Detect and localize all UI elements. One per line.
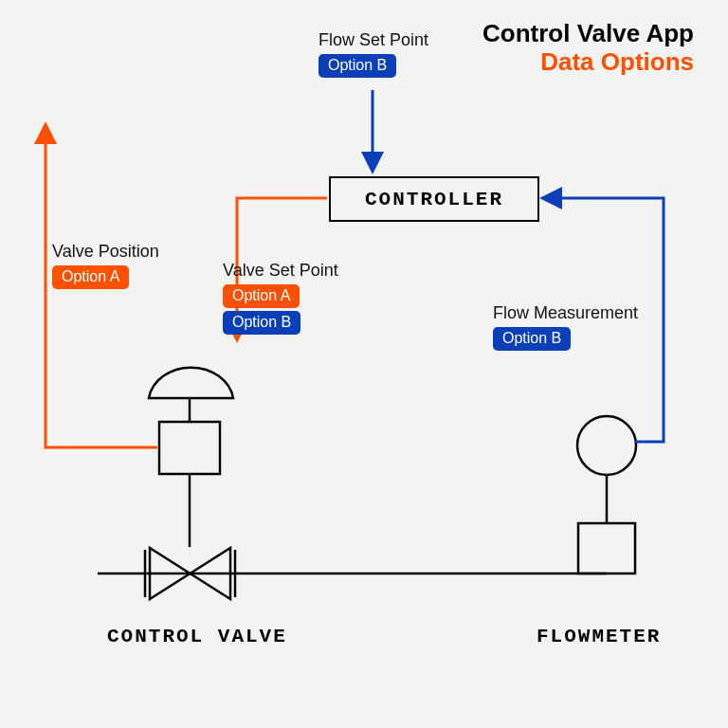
flow-measurement-text: Flow Measurement xyxy=(493,303,638,323)
controller-label: CONTROLLER xyxy=(365,189,503,210)
valve-position-tag-a: Option A xyxy=(52,265,129,289)
flow-set-point-text: Flow Set Point xyxy=(318,30,428,50)
diagram-stage: Control Valve App Data Options xyxy=(0,0,728,728)
flow-set-point-tag-b: Option B xyxy=(318,54,396,78)
controller-block: CONTROLLER xyxy=(329,176,539,222)
flow-measurement-tag-b: Option B xyxy=(493,327,571,351)
svg-point-8 xyxy=(577,416,636,475)
flow-set-point-annotation: Flow Set Point Option B xyxy=(318,30,428,81)
svg-rect-6 xyxy=(578,523,635,573)
schematic-svg xyxy=(0,0,728,728)
valve-set-point-text: Valve Set Point xyxy=(223,261,338,281)
valve-set-point-annotation: Valve Set Point Option A Option B xyxy=(223,261,338,337)
control-valve-label: CONTROL VALVE xyxy=(107,626,287,647)
svg-rect-4 xyxy=(159,422,220,474)
valve-position-text: Valve Position xyxy=(52,242,159,262)
valve-set-point-tag-b: Option B xyxy=(223,311,300,335)
flow-measurement-annotation: Flow Measurement Option B xyxy=(493,303,638,354)
valve-position-annotation: Valve Position Option A xyxy=(52,242,159,292)
valve-set-point-tag-a: Option A xyxy=(223,284,300,308)
flowmeter-label: FLOWMETER xyxy=(537,626,661,647)
